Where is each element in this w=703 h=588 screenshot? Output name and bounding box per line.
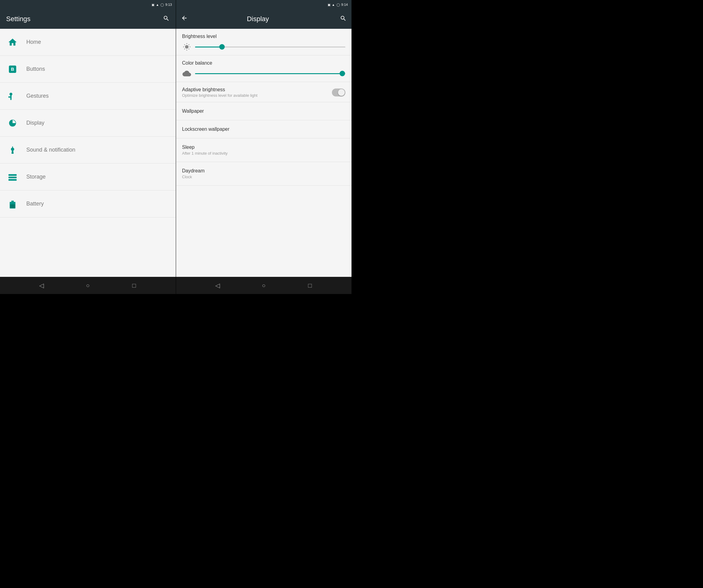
display-label: Display xyxy=(26,120,45,126)
nav-back-right[interactable]: ◁ xyxy=(211,279,224,292)
buttons-icon: B xyxy=(6,63,19,76)
nav-home-right[interactable]: ○ xyxy=(257,279,270,292)
gestures-icon xyxy=(6,90,19,102)
sidebar-item-buttons[interactable]: B Buttons xyxy=(0,56,176,83)
back-button[interactable] xyxy=(181,15,188,23)
search-icon-left[interactable] xyxy=(163,15,170,23)
left-panel: ▣ ▲ ◯ 9:13 Settings Home xyxy=(0,0,176,294)
sidebar-item-gestures[interactable]: Gestures xyxy=(0,83,176,109)
svg-rect-9 xyxy=(11,201,14,202)
adaptive-title: Adaptive brightness xyxy=(182,87,332,92)
color-balance-label: Color balance xyxy=(182,60,346,66)
color-balance-slider[interactable] xyxy=(195,70,346,77)
svg-rect-5 xyxy=(9,174,17,175)
display-title: Display xyxy=(192,15,324,23)
brightness-label: Brightness level xyxy=(182,34,346,39)
sleep-row[interactable]: Sleep After 1 minute of inactivity xyxy=(176,138,352,162)
sound-icon xyxy=(6,144,19,156)
settings-title: Settings xyxy=(6,15,30,23)
nav-home-left[interactable]: ○ xyxy=(82,279,94,292)
brightness-section: Brightness level xyxy=(176,29,352,56)
toggle-knob xyxy=(338,89,345,96)
adaptive-toggle[interactable] xyxy=(332,88,345,96)
search-icon-right[interactable] xyxy=(340,15,346,23)
brightness-track xyxy=(195,47,346,48)
display-content: Brightness level Color balance xyxy=(176,29,352,277)
nav-bar-right: ◁ ○ □ xyxy=(176,277,352,294)
display-icon xyxy=(6,117,19,130)
vibrate-icon: ▣ xyxy=(152,3,154,6)
storage-label: Storage xyxy=(26,174,46,180)
sidebar-item-battery[interactable]: Battery xyxy=(0,191,176,217)
sidebar-item-storage[interactable]: Storage xyxy=(0,163,176,191)
svg-text:B: B xyxy=(11,67,14,72)
brightness-fill xyxy=(195,47,222,48)
right-panel: ▣ ▲ ◯ 9:14 Display Brightness level xyxy=(176,0,352,294)
battery-status-icon-right: ◯ xyxy=(336,3,340,6)
time-left: 9:13 xyxy=(165,3,172,6)
adaptive-row: Adaptive brightness Optimize brightness … xyxy=(182,87,346,98)
svg-rect-6 xyxy=(9,176,17,178)
wallpaper-row[interactable]: Wallpaper xyxy=(176,102,352,120)
lockscreen-wallpaper-row[interactable]: Lockscreen wallpaper xyxy=(176,120,352,138)
nav-bar-left: ◁ ○ □ xyxy=(0,277,176,294)
svg-rect-7 xyxy=(9,179,17,180)
settings-list: Home B Buttons Gestures xyxy=(0,29,176,277)
color-balance-section: Color balance xyxy=(176,56,352,82)
home-label: Home xyxy=(26,39,41,45)
buttons-label: Buttons xyxy=(26,66,45,72)
settings-toolbar: Settings xyxy=(0,9,176,29)
colorbalance-track xyxy=(195,73,346,74)
status-icons-right: ▣ ▲ ◯ 9:14 xyxy=(328,3,348,6)
battery-icon xyxy=(6,198,19,210)
nav-back-left[interactable]: ◁ xyxy=(35,279,48,292)
daydream-row[interactable]: Daydream Clock xyxy=(176,162,352,186)
battery-status-icon: ◯ xyxy=(160,3,164,6)
brightness-slider[interactable] xyxy=(195,44,346,50)
gestures-label: Gestures xyxy=(26,93,49,99)
signal-icon-right: ▲ xyxy=(332,3,335,6)
sidebar-item-home[interactable]: Home xyxy=(0,29,176,56)
time-right: 9:14 xyxy=(341,3,348,6)
battery-label: Battery xyxy=(26,201,44,207)
status-bar-left: ▣ ▲ ◯ 9:13 xyxy=(0,0,176,9)
brightness-icon xyxy=(182,42,191,52)
signal-icon: ▲ xyxy=(156,3,159,6)
brightness-slider-row xyxy=(182,42,346,52)
home-icon xyxy=(6,36,19,49)
sleep-title: Sleep xyxy=(182,145,346,150)
cloud-icon xyxy=(182,69,191,78)
nav-recent-right[interactable]: □ xyxy=(304,279,316,292)
daydream-subtitle: Clock xyxy=(182,174,346,179)
sound-label: Sound & notification xyxy=(26,147,75,153)
sidebar-item-display[interactable]: Display xyxy=(0,109,176,137)
adaptive-subtitle: Optimize brightness level for available … xyxy=(182,93,332,98)
colorbalance-fill xyxy=(195,73,342,74)
status-icons-left: ▣ ▲ ◯ 9:13 xyxy=(152,3,172,6)
adaptive-brightness-section[interactable]: Adaptive brightness Optimize brightness … xyxy=(176,82,352,102)
vibrate-icon-right: ▣ xyxy=(328,3,330,6)
sidebar-item-sound[interactable]: Sound & notification xyxy=(0,137,176,163)
adaptive-text: Adaptive brightness Optimize brightness … xyxy=(182,87,332,98)
svg-rect-10 xyxy=(10,204,15,208)
lockscreen-title: Lockscreen wallpaper xyxy=(182,127,346,132)
color-balance-slider-row xyxy=(182,69,346,78)
brightness-thumb xyxy=(219,44,225,50)
wallpaper-title: Wallpaper xyxy=(182,108,346,114)
display-toolbar: Display xyxy=(176,9,352,29)
daydream-title: Daydream xyxy=(182,168,346,174)
sleep-subtitle: After 1 minute of inactivity xyxy=(182,151,346,156)
nav-recent-left[interactable]: □ xyxy=(128,279,140,292)
storage-icon xyxy=(6,170,19,183)
status-bar-right: ▣ ▲ ◯ 9:14 xyxy=(176,0,352,9)
colorbalance-thumb xyxy=(339,71,345,76)
